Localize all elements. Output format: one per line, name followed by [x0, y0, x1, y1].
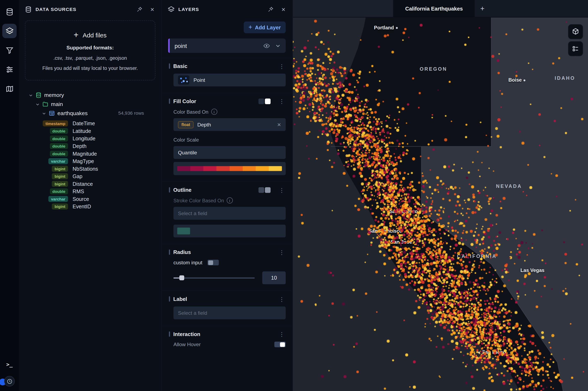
layers-title: LAYERS	[178, 7, 262, 12]
layer-type-value: Point	[193, 77, 205, 83]
clear-field-icon[interactable]: ✕	[277, 122, 281, 127]
tree-schema-row[interactable]: main	[19, 99, 161, 109]
plus-icon: +	[74, 31, 78, 39]
radius-slider[interactable]	[173, 277, 255, 278]
radius-slider-handle[interactable]	[179, 275, 184, 280]
plus-icon: +	[249, 24, 252, 31]
field-type-badge: bigint	[52, 173, 68, 179]
field-type-badge: timestamp	[43, 120, 68, 126]
chevron-down-icon[interactable]	[275, 42, 281, 49]
map-view[interactable]: PortlandOREGONBoiseIDAHONEVADASacramento…	[293, 0, 588, 391]
map-3d-toggle-button[interactable]	[568, 24, 583, 39]
allow-hover-toggle[interactable]	[274, 342, 286, 347]
custom-input-toggle[interactable]	[207, 260, 219, 265]
field-type-badge: bigint	[52, 166, 68, 172]
more-menu-button[interactable]: ⋮	[278, 98, 286, 104]
tab-california-earthquakes[interactable]: California Earthquakes	[393, 0, 475, 17]
rail-basemap-button[interactable]	[2, 82, 16, 96]
color-ramp-container[interactable]	[173, 162, 286, 175]
info-icon[interactable]: i	[211, 109, 217, 115]
field-row-latitude[interactable]: doubleLatitude	[19, 127, 161, 135]
radius-value[interactable]: 10	[262, 271, 286, 284]
supported-formats-list: .csv, .tsv, .parquet, .json, .geojson	[32, 55, 148, 61]
color-field-pill[interactable]: float Depth ✕	[173, 118, 286, 131]
new-tab-button[interactable]: +	[475, 0, 485, 17]
tree-table-row[interactable]: earthquakes 54,936 rows	[19, 109, 161, 118]
field-row-magtype[interactable]: varcharMagType	[19, 158, 161, 165]
stroke-field-select[interactable]: Select a field	[173, 207, 286, 220]
section-radius: Radius ⋮ custom input 10	[162, 244, 293, 291]
point-layer-thumbnail-icon	[178, 75, 189, 85]
more-menu-button[interactable]: ⋮	[278, 63, 286, 69]
field-name: DateTime	[73, 121, 161, 126]
tab-empty-slot[interactable]	[293, 0, 394, 17]
field-name: Gap	[73, 173, 161, 179]
field-type-badge: double	[50, 128, 68, 134]
field-row-datetime[interactable]: timestampDateTime	[19, 120, 161, 127]
rail-layers-button[interactable]	[2, 24, 16, 38]
map-legend-button[interactable]	[568, 41, 583, 56]
more-menu-button[interactable]: ⋮	[278, 249, 286, 255]
close-panel-button[interactable]: ✕	[279, 5, 288, 14]
field-type-badge: double	[50, 136, 68, 141]
close-panel-button[interactable]: ✕	[148, 5, 157, 14]
field-name: Depth	[73, 143, 161, 149]
rail-filters-button[interactable]	[2, 43, 16, 57]
field-type-badge: double	[50, 143, 68, 149]
field-type-badge: double	[50, 189, 68, 194]
close-icon: ✕	[281, 6, 286, 12]
map-tab-bar: California Earthquakes +	[293, 0, 588, 17]
pin-panel-button[interactable]	[135, 5, 144, 14]
color-based-on-label: Color Based On	[173, 109, 208, 114]
supported-formats-title: Supported formats:	[32, 45, 148, 50]
layer-name: point	[175, 42, 263, 49]
color-scale-select[interactable]: Quantile	[173, 146, 286, 159]
field-row-source[interactable]: varcharSource	[19, 195, 161, 203]
layer-item-point[interactable]: point	[168, 38, 286, 53]
earthquake-points-layer[interactable]	[293, 0, 588, 391]
field-row-depth[interactable]: doubleDepth	[19, 142, 161, 150]
more-menu-button[interactable]: ⋮	[278, 187, 286, 193]
add-files-dropzone[interactable]: + Add files Supported formats: .csv, .ts…	[25, 20, 155, 80]
stroke-field-placeholder: Select a field	[178, 210, 207, 216]
add-layer-button[interactable]: + Add Layer	[244, 21, 286, 33]
map-controls	[568, 24, 583, 56]
field-row-nbstations[interactable]: bigintNbStations	[19, 165, 161, 173]
section-title: Label	[173, 296, 274, 302]
layer-accent	[168, 38, 169, 53]
history-status[interactable]	[4, 376, 15, 387]
info-icon[interactable]: i	[227, 197, 233, 203]
layers-panel: LAYERS ✕ + Add Layer point	[162, 0, 293, 391]
more-menu-button[interactable]: ⋮	[278, 331, 286, 337]
local-files-note: Files you add will stay local to your br…	[32, 65, 148, 71]
rail-terminal-button[interactable]: >_	[2, 357, 16, 371]
field-type-badge: varchar	[48, 158, 68, 164]
field-row-magnitude[interactable]: doubleMagnitude	[19, 150, 161, 158]
stroke-color-row[interactable]	[173, 225, 286, 237]
field-row-eventid[interactable]: bigintEventID	[19, 203, 161, 210]
layer-type-select[interactable]: Point	[173, 74, 286, 86]
field-row-gap[interactable]: bigintGap	[19, 173, 161, 180]
add-files-action: + Add files	[32, 31, 148, 39]
database-icon	[36, 92, 42, 98]
field-row-longitude[interactable]: doubleLongitude	[19, 135, 161, 142]
label-field-select[interactable]: Select a field	[173, 306, 286, 319]
fill-color-preview[interactable]	[258, 98, 270, 104]
field-type-badge: varchar	[48, 196, 68, 202]
rail-settings-button[interactable]	[2, 62, 16, 77]
table-row-count: 54,936 rows	[118, 110, 144, 116]
app-window: >_ DATA SOURCES ✕	[0, 0, 588, 391]
field-type-badge: bigint	[52, 203, 68, 209]
pin-panel-button[interactable]	[266, 5, 275, 14]
more-menu-button[interactable]: ⋮	[278, 296, 286, 302]
tree-database-row[interactable]: memory	[19, 91, 161, 99]
visibility-eye-icon[interactable]	[263, 42, 270, 49]
outline-toggle[interactable]	[258, 187, 270, 193]
field-name: Latitude	[73, 128, 161, 134]
section-accent	[169, 63, 170, 69]
rail-data-sources-button[interactable]	[2, 4, 16, 19]
field-row-distance[interactable]: bigintDistance	[19, 180, 161, 188]
tab-label: California Earthquakes	[405, 5, 463, 11]
field-row-rms[interactable]: doubleRMS	[19, 188, 161, 195]
data-sources-header: DATA SOURCES ✕	[19, 0, 161, 17]
